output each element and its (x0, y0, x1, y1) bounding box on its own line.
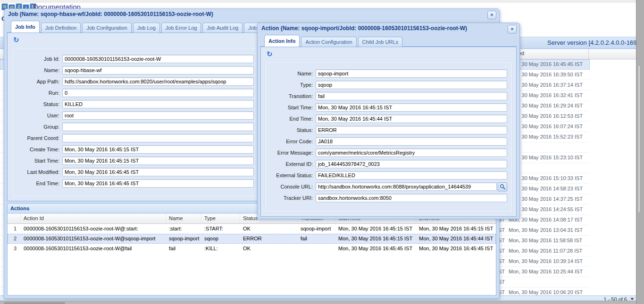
field-label: Name: (266, 71, 313, 76)
field-value-input[interactable]: Mon, 30 May 2016 16:45:45 IST (62, 168, 254, 176)
horizontal-scrollbar-thumb[interactable] (4, 302, 65, 304)
ended-timestamp: Mon, 30 May 2016 13:04:31 IST (509, 225, 583, 235)
field-label: Tracker URI: (266, 195, 313, 201)
action-field-row: External ID: job_1464453978472_0023 (266, 158, 511, 170)
horizontal-scrollbar[interactable] (0, 301, 636, 304)
field-value-input[interactable]: fail (316, 92, 507, 100)
actions-grid-row[interactable]: 3 0000008-160530101156153-oozie-root-W@f… (8, 244, 496, 254)
field-value-input[interactable]: sqoop (316, 81, 507, 89)
action-field-row: Error Code: JA018 (266, 136, 511, 147)
field-value-input[interactable]: root (62, 111, 254, 120)
ended-timestamp: Mon, 30 May 2016 10:25:44 IST (509, 267, 583, 277)
cell-endtime: Mon, 30 May 2016 16:45:15 IST (416, 224, 496, 234)
cell-name: :start: (166, 224, 201, 234)
refresh-icon[interactable]: ↻ (13, 36, 19, 44)
cell-status: OK (240, 224, 298, 234)
refresh-icon[interactable]: ↻ (267, 50, 273, 58)
field-value-input[interactable]: FAILED/KILLED (316, 171, 507, 180)
field-value-input[interactable]: sqoop-hbase-wf (62, 66, 254, 74)
action-window: Action (Name: sqoop-import/JobId: 000000… (257, 23, 520, 219)
field-label: Error Code: (266, 139, 313, 144)
vertical-scrollbar[interactable] (636, 0, 644, 304)
cell-starttime: Mon, 30 May 2016 16:45:45 IST (335, 244, 416, 254)
cell-transition: fail (298, 234, 335, 244)
field-value-input[interactable]: sqoop-import (316, 69, 507, 78)
job-tab[interactable]: Job Info (11, 21, 40, 33)
job-tab[interactable]: Job Definition (41, 23, 81, 33)
field-value-input[interactable]: Mon, 30 May 2016 16:45:15 IST (62, 156, 254, 165)
action-window-titlebar[interactable]: Action (Name: sqoop-import/JobId: 000000… (258, 23, 519, 34)
field-label: Status: (266, 127, 313, 133)
actions-column-header[interactable]: Name (166, 214, 201, 223)
field-value-input[interactable]: hdfs://sandbox.hortonworks.com:8020/user… (62, 77, 254, 86)
field-value-input[interactable]: KILLED (62, 100, 254, 108)
oozie-web-console-screen: OOZIE Documentation Oozie Web Console Se… (0, 0, 644, 304)
action-tab[interactable]: Action Configuration (301, 37, 356, 47)
cell-starttime: Mon, 30 May 2016 16:45:15 IST (335, 224, 416, 234)
search-icon[interactable] (498, 182, 507, 191)
field-label: Run: (12, 90, 59, 96)
cell-action-id: 0000008-160530101156153-oozie-root-W@:st… (21, 224, 166, 234)
field-label: End Time: (12, 181, 59, 186)
field-label: Status: (12, 101, 59, 107)
cell-starttime: Mon, 30 May 2016 16:45:15 IST (335, 234, 416, 244)
actions-column-header[interactable] (8, 214, 21, 223)
job-tab[interactable]: Job Error Log (161, 23, 201, 33)
close-icon[interactable]: × (508, 25, 517, 33)
field-value-input[interactable]: com/yammer/metrics/core/MetricsRegistry (316, 148, 507, 157)
field-value-input[interactable]: 0 (62, 89, 254, 97)
field-value-input[interactable]: http://sandbox.hortonworks.com:8088/prox… (316, 182, 497, 191)
field-value-input[interactable]: ERROR (316, 126, 507, 134)
field-value-input[interactable]: sandbox.hortonworks.com:8050 (316, 194, 507, 202)
action-field-row: End Time: Mon, 30 May 2016 16:45:44 IST (266, 113, 511, 124)
action-field-row: Error Message: com/yammer/metrics/core/M… (266, 147, 511, 158)
field-value-input[interactable] (62, 123, 254, 131)
action-tab[interactable]: Child Job URLs (358, 37, 402, 47)
ended-timestamp: Mon, 30 May 2016 10:06:20 IST (509, 288, 583, 296)
server-version-text: Server version [4.2.0.2.4.0.0-169 (547, 39, 636, 46)
job-tab[interactable]: Job Configuration (82, 23, 131, 33)
row-number: 1 (8, 224, 21, 234)
cell-endtime: Mon, 30 May 2016 16:45:45 IST (416, 244, 496, 254)
action-info-fields: Name: sqoop-import Type: sqoop (266, 68, 511, 204)
field-value-input[interactable]: job_1464453978472_0023 (316, 160, 507, 168)
actions-column-header[interactable]: Type (201, 214, 240, 223)
field-value-input[interactable] (62, 134, 254, 142)
field-value-input[interactable]: 0000008-160530101156153-oozie-root-W (62, 55, 254, 63)
field-label: Last Modified: (12, 169, 59, 175)
actions-grid-row[interactable]: 1 0000008-160530101156153-oozie-root-W@:… (8, 224, 496, 234)
column-separator (588, 49, 589, 59)
action-field-row: Type: sqoop (266, 79, 511, 90)
field-value-input[interactable]: Mon, 30 May 2016 16:45:44 IST (316, 115, 507, 123)
action-field-row: Start Time: Mon, 30 May 2016 16:45:15 IS… (266, 102, 511, 113)
field-label: Create Time: (12, 147, 59, 152)
actions-column-header[interactable]: Action Id (21, 214, 166, 223)
row-number: 2 (8, 234, 21, 244)
field-label: Transition: (266, 93, 313, 99)
cell-action-id: 0000008-160530101156153-oozie-root-W@sqo… (21, 234, 166, 244)
cell-status: OK (240, 244, 298, 254)
chevron-down-icon[interactable] (630, 298, 634, 300)
vertical-scrollbar-thumb[interactable] (638, 66, 640, 212)
field-label: Name: (12, 67, 59, 73)
job-tab[interactable]: Job Log (133, 23, 160, 33)
action-field-row: Name: sqoop-import (266, 68, 511, 79)
job-tab[interactable]: Job Audit Log (202, 23, 243, 33)
field-value-input[interactable]: Mon, 30 May 2016 16:45:15 IST (62, 145, 254, 154)
job-window-titlebar[interactable]: Job (Name: sqoop-hbase-wf/JobId: 0000008… (4, 9, 499, 20)
actions-grid-rows: 1 0000008-160530101156153-oozie-root-W@:… (8, 224, 496, 254)
field-label: Group: (12, 124, 59, 130)
action-tab[interactable]: Action Info (264, 35, 300, 47)
actions-grid-row[interactable]: 2 0000008-160530101156153-oozie-root-W@s… (8, 234, 496, 244)
field-label: End Time: (266, 116, 313, 122)
action-info-panel: ↻ Name: sqoop-import Type: sqoop (260, 47, 517, 217)
field-value-input[interactable]: Mon, 30 May 2016 16:45:15 IST (316, 103, 507, 112)
ended-timestamp: Mon, 30 May 2016 10:39:14 IST (509, 256, 583, 266)
field-label: App Path: (12, 79, 59, 84)
cell-action-id: 0000008-160530101156153-oozie-root-W@fai… (21, 244, 166, 254)
cell-transition (298, 244, 335, 254)
field-value-input[interactable]: JA018 (316, 137, 507, 146)
cell-name: fail (166, 244, 201, 254)
field-value-input[interactable]: Mon, 30 May 2016 16:45:45 IST (62, 179, 254, 188)
close-icon[interactable]: × (487, 11, 496, 19)
